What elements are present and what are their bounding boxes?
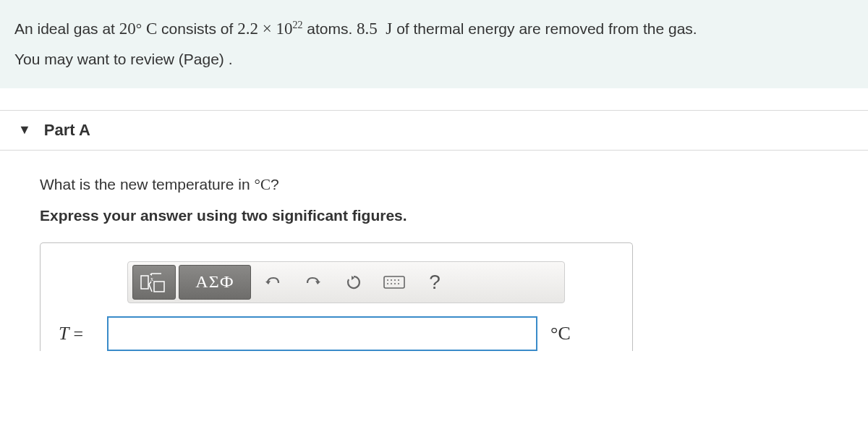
variable-label: T = (59, 323, 98, 345)
svg-text:x: x (150, 276, 153, 282)
redo-button[interactable] (294, 265, 332, 300)
svg-rect-3 (384, 276, 404, 288)
keyboard-button[interactable] (375, 265, 413, 300)
svg-point-9 (391, 283, 392, 284)
text-segment: of thermal energy are removed from the g… (392, 20, 697, 37)
part-title: Part A (44, 121, 90, 140)
answer-unit: °C (550, 323, 571, 345)
question-unit: C (260, 176, 271, 193)
svg-point-8 (387, 283, 388, 284)
atom-count-exponent: 22 (292, 20, 302, 30)
templates-icon: x (140, 271, 169, 293)
equation-toolbar: x ΑΣФ (127, 261, 565, 303)
svg-point-6 (394, 279, 396, 281)
energy-unit: J (378, 20, 392, 38)
svg-point-4 (387, 279, 388, 281)
svg-rect-2 (154, 282, 164, 292)
energy-value: 8.5 (357, 20, 378, 38)
question-pre: What is the new temperature in (40, 176, 254, 193)
undo-icon (263, 273, 282, 292)
redo-icon (304, 273, 323, 292)
svg-point-11 (398, 283, 399, 284)
chevron-down-icon: ▼ (18, 122, 31, 138)
degree-symbol: ° (136, 20, 142, 38)
svg-rect-0 (141, 276, 148, 289)
keyboard-icon (383, 274, 405, 290)
answer-input[interactable] (107, 316, 537, 351)
question-post: ? (271, 176, 279, 193)
help-button[interactable]: ? (416, 265, 454, 300)
text-segment: consists of (157, 20, 237, 37)
problem-statement: An ideal gas at 20° C consists of 2.2 × … (0, 0, 868, 88)
temperature-value: 20 (119, 20, 136, 38)
svg-point-10 (394, 283, 396, 284)
answer-box: x ΑΣФ (40, 242, 633, 351)
instruction-text: Express your answer using two significan… (40, 207, 828, 224)
answer-row: T = °C (59, 316, 614, 351)
greek-symbols-button[interactable]: ΑΣФ (179, 265, 251, 300)
templates-button[interactable]: x (132, 265, 176, 300)
temperature-unit: C (142, 20, 157, 38)
question-text: What is the new temperature in °C? (40, 176, 828, 194)
degree-symbol: ° (254, 176, 260, 193)
reset-icon (344, 273, 363, 292)
reset-button[interactable] (335, 265, 373, 300)
text-segment: atoms. (302, 20, 357, 37)
svg-point-5 (391, 279, 392, 281)
text-segment: An ideal gas at (14, 20, 119, 37)
part-header[interactable]: ▼ Part A (0, 110, 868, 151)
svg-point-7 (398, 279, 399, 281)
review-hint: You may want to review (Page) . (14, 51, 233, 67)
undo-button[interactable] (254, 265, 292, 300)
atom-count-base: 2.2 × 10 (237, 20, 292, 38)
part-body: What is the new temperature in °C? Expre… (0, 151, 868, 351)
